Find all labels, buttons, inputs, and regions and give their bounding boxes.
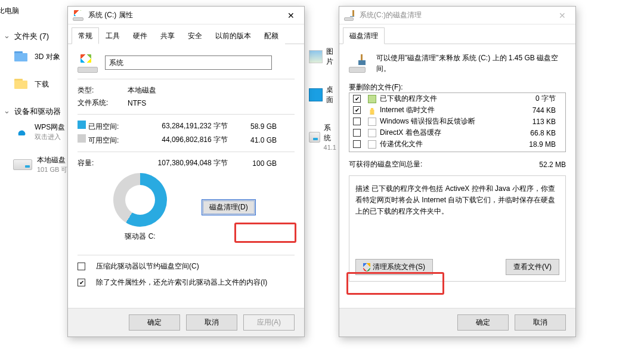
devices-header[interactable]: ⌄ 设备和驱动器	[4, 106, 61, 117]
folder-desktop[interactable]: 桌面	[309, 85, 336, 105]
titlebar[interactable]: 系统(C:)的磁盘清理 ✕	[339, 7, 575, 24]
tab-security[interactable]: 安全	[181, 27, 209, 44]
file-icon	[368, 129, 376, 137]
file-name: DirectX 着色器缓存	[380, 128, 519, 138]
used-label: 已用空间:	[88, 122, 119, 131]
clean-system-files-button[interactable]: 清理系统文件(S)	[355, 259, 433, 275]
device-system[interactable]: 系统 41.1	[309, 123, 336, 152]
device-wps[interactable]: WPS网盘 双击进入	[0, 121, 65, 143]
file-size: 18.9 MB	[522, 140, 562, 149]
tab-bar: 常规 工具 硬件 共享 安全 以前的版本 配额	[68, 24, 304, 44]
tab-previous[interactable]: 以前的版本	[209, 27, 258, 44]
explorer-mid-column: 图片 桌面 系统 41.1	[309, 47, 336, 169]
apply-button[interactable]: 应用(A)	[243, 314, 295, 331]
file-row[interactable]: Internet 临时文件 744 KB	[349, 104, 565, 116]
cleanup-large-icon	[349, 53, 369, 73]
file-name: Windows 错误报告和反馈诊断	[380, 116, 519, 126]
free-bytes: 44,096,802,816 字节	[138, 135, 228, 145]
drive-icon	[73, 10, 83, 21]
compress-label: 压缩此驱动器以节约磁盘空间(C)	[96, 261, 199, 271]
used-swatch-icon	[78, 121, 86, 129]
file-size: 0 字节	[522, 94, 562, 104]
description-body: 已下载的程序文件包括 ActiveX 控件和 Java 小程序，你查看特定网页时…	[355, 184, 555, 215]
file-icon	[368, 118, 376, 126]
tab-general[interactable]: 常规	[72, 27, 99, 44]
folder-downloads[interactable]: 下载	[0, 76, 49, 92]
index-label: 除了文件属性外，还允许索引此驱动器上文件的内容(I)	[96, 277, 267, 288]
fs-label: 文件系统:	[78, 98, 120, 108]
used-bytes: 63,284,191,232 字节	[138, 121, 228, 131]
gain-value: 52.2 MB	[539, 161, 566, 169]
folder-label: 图片	[326, 47, 336, 67]
devices-header-label: 设备和驱动器	[14, 107, 61, 116]
file-icon	[368, 140, 376, 149]
drive-icon	[309, 132, 320, 143]
file-list-inner[interactable]: 已下载的程序文件 0 字节 Internet 临时文件 744 KB Windo…	[349, 93, 565, 152]
file-size: 66.8 KB	[522, 129, 562, 137]
cleanup-body: 可以使用"磁盘清理"来释放 系统 (C:) 上的 1.45 GB 磁盘空间。 要…	[339, 44, 575, 289]
device-sublabel: 101 GB 可	[37, 166, 67, 173]
file-row[interactable]: 传递优化文件 18.9 MB	[349, 138, 565, 150]
clean-system-files-label: 清理系统文件(S)	[373, 262, 425, 272]
file-checkbox[interactable]	[353, 106, 361, 114]
file-row[interactable]: DirectX 着色器缓存 66.8 KB	[349, 127, 565, 138]
lock-icon	[368, 106, 376, 115]
desktop-icon	[309, 88, 323, 101]
picture-icon	[309, 50, 323, 63]
ok-button[interactable]: 确定	[457, 314, 509, 331]
disk-cleanup-button[interactable]: 磁盘清理(D)	[202, 199, 256, 215]
free-gb: 41.0 GB	[235, 136, 277, 144]
close-button[interactable]: ✕	[552, 8, 573, 23]
titlebar[interactable]: 系统 (C:) 属性 ✕	[68, 7, 304, 24]
tab-hardware[interactable]: 硬件	[126, 27, 154, 44]
drive-properties-dialog: 系统 (C:) 属性 ✕ 常规 工具 硬件 共享 安全 以前的版本 配额 类型:…	[67, 6, 305, 337]
properties-body: 类型: 本地磁盘 文件系统: NTFS 已用空间: 63,284,191,232…	[68, 44, 304, 296]
tab-tools[interactable]: 工具	[99, 27, 126, 44]
file-checkbox[interactable]	[353, 95, 361, 103]
dialog-title: 系统 (C:) 属性	[88, 10, 133, 20]
tab-bar: 磁盘清理	[339, 24, 575, 44]
view-files-button[interactable]: 查看文件(V)	[506, 259, 559, 275]
index-checkbox[interactable]	[78, 279, 85, 286]
explorer-title: 比电脑	[0, 6, 19, 16]
cancel-button[interactable]: 取消	[186, 314, 237, 331]
tab-sharing[interactable]: 共享	[154, 27, 181, 44]
drive-large-icon	[78, 53, 98, 73]
file-checkbox[interactable]	[353, 140, 361, 148]
tab-disk-cleanup[interactable]: 磁盘清理	[343, 27, 385, 44]
folder-pictures[interactable]: 图片	[309, 47, 336, 67]
device-sublabel: 41.1	[324, 144, 336, 151]
file-size: 113 KB	[522, 118, 562, 126]
device-local-disk[interactable]: 本地磁盘 101 GB 可	[0, 154, 67, 175]
tab-quota[interactable]: 配额	[258, 27, 285, 44]
index-option[interactable]: 除了文件属性外，还允许索引此驱动器上文件的内容(I)	[78, 276, 295, 289]
dialog-title: 系统(C:)的磁盘清理	[360, 10, 422, 20]
drive-name-input[interactable]	[105, 55, 272, 70]
file-checkbox[interactable]	[353, 118, 361, 125]
capacity-label: 容量:	[78, 158, 131, 168]
cancel-button[interactable]: 取消	[515, 314, 566, 331]
drive-icon	[13, 159, 32, 170]
file-size: 744 KB	[522, 106, 562, 115]
cloud-icon	[13, 126, 30, 138]
folder-3d-objects[interactable]: 3D 对象	[0, 49, 60, 64]
compress-option[interactable]: 压缩此驱动器以节约磁盘空间(C)	[78, 260, 295, 273]
device-label: 本地磁盘	[37, 156, 66, 164]
file-checkbox[interactable]	[353, 129, 361, 137]
ring-label: 驱动器 C:	[113, 232, 167, 242]
free-label: 可用空间:	[88, 136, 119, 144]
file-row[interactable]: Windows 错误报告和反馈诊断 113 KB	[349, 116, 565, 127]
file-name: 已下载的程序文件	[380, 94, 519, 104]
folder-label: 3D 对象	[35, 52, 60, 62]
free-swatch-icon	[78, 134, 86, 143]
ok-button[interactable]: 确定	[129, 314, 180, 331]
file-list[interactable]: 已下载的程序文件 0 字节 Internet 临时文件 744 KB Windo…	[349, 92, 566, 152]
folders-header[interactable]: ⌄ 文件夹 (7)	[4, 31, 49, 42]
file-name: 传递优化文件	[380, 139, 519, 149]
gain-label: 可获得的磁盘空间总量:	[349, 159, 422, 169]
close-button[interactable]: ✕	[280, 8, 302, 23]
folder-icon	[13, 78, 30, 91]
file-row[interactable]: 已下载的程序文件 0 字节	[349, 93, 565, 104]
description-group: 描述 已下载的程序文件包括 ActiveX 控件和 Java 小程序，你查看特定…	[349, 175, 566, 282]
compress-checkbox[interactable]	[78, 263, 85, 270]
